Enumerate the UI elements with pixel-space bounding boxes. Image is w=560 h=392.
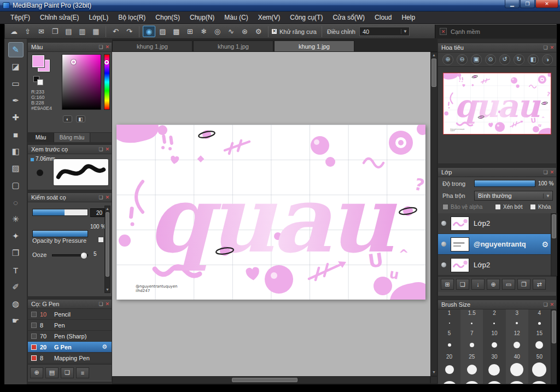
ooze-slider-knob[interactable] <box>81 253 87 259</box>
menu-color[interactable]: Màu (C) <box>219 11 253 24</box>
undo-icon[interactable]: ↶ <box>109 26 122 37</box>
size-label[interactable]: 10 <box>483 330 505 337</box>
size-label[interactable]: 25 <box>460 353 483 360</box>
size-dot[interactable] <box>506 337 528 353</box>
zoom-actual-icon[interactable]: ⊙ <box>485 54 496 65</box>
chevron-down-icon[interactable]: ▼ <box>543 194 552 198</box>
tab-color[interactable]: Màu <box>28 133 54 142</box>
float-panel-icon[interactable]: ❏ <box>543 169 547 175</box>
brush-shape-concentric-icon[interactable]: ◎ <box>211 26 224 37</box>
document-tab-2[interactable]: khung 1.jpg <box>193 40 273 51</box>
material-icon[interactable]: ▦ <box>90 26 102 37</box>
artwork[interactable]: quau U u ^ ? @nguyentrantuquyen ilhd247 <box>116 125 425 300</box>
close-panel-icon[interactable]: ✕ <box>550 169 554 175</box>
new-brush-button[interactable]: ▤ <box>45 367 59 378</box>
fill-shape-tool[interactable]: ■ <box>8 127 24 142</box>
zoom-fit-icon[interactable]: ▣ <box>471 54 482 65</box>
size-label[interactable]: 50 <box>528 353 551 360</box>
eyedropper-tool[interactable]: ◍ <box>8 296 24 312</box>
brush-shape-tone-icon[interactable]: ▩ <box>170 26 183 37</box>
new-folder-button[interactable]: ▭ <box>502 279 515 290</box>
size-dot[interactable] <box>438 379 460 384</box>
mini-swatch-white[interactable] <box>37 79 43 85</box>
eraser-tool[interactable]: ◪ <box>8 59 24 74</box>
float-panel-icon[interactable]: ❏ <box>98 147 103 152</box>
close-panel-icon[interactable]: ✕ <box>550 45 554 50</box>
menu-filter[interactable]: Bộ lọc(R) <box>113 11 150 24</box>
menu-tools[interactable]: Công cụ(T) <box>285 11 328 24</box>
brush-size-scrollbar[interactable] <box>551 309 557 384</box>
canvas-vertical-scrollbar[interactable]: ▲ ▼ <box>430 52 438 376</box>
brush-size-value[interactable]: 20 <box>90 208 104 217</box>
float-panel-icon[interactable]: ❏ <box>543 302 547 307</box>
layer-row-3[interactable]: Lớp2 <box>438 255 551 276</box>
scroll-up-icon[interactable]: ▲ <box>431 52 437 58</box>
size-dot[interactable] <box>528 379 551 384</box>
menu-help[interactable]: Help <box>396 11 420 24</box>
sv-selector-ring[interactable] <box>71 60 76 65</box>
brush-shape-gradient-icon[interactable]: ▨ <box>156 26 169 37</box>
gradient-tool[interactable]: ▨ <box>8 161 24 176</box>
brush-menu-button[interactable]: ≡ <box>76 367 89 378</box>
chevron-down-icon[interactable]: ▼ <box>401 29 409 34</box>
select-pen-tool[interactable]: ✐ <box>8 279 24 295</box>
zoom-out-icon[interactable]: ⊖ <box>457 54 468 65</box>
size-label[interactable]: 12 <box>506 330 528 337</box>
pen-tool[interactable]: ✒ <box>8 93 24 108</box>
text-tool[interactable]: T <box>8 262 24 278</box>
close-panel-icon[interactable]: ✕ <box>105 195 109 200</box>
operation-tool[interactable]: ✦ <box>8 229 24 244</box>
select-rect-tool[interactable]: ▢ <box>8 178 24 193</box>
layer-row-2-selected[interactable]: @nguyentrantq ⚙ <box>438 234 551 255</box>
document-tab-3-active[interactable]: khung 1.jpg <box>274 40 354 51</box>
brush-row-pen[interactable]: 8 Pen <box>28 320 112 331</box>
hue-selector-ring[interactable] <box>104 60 109 65</box>
maximize-button[interactable]: ❐ <box>520 0 535 8</box>
rectangle-tool[interactable]: ▭ <box>8 76 24 91</box>
layer-transfer-button[interactable]: ⇄ <box>533 279 546 290</box>
brush-shape-scatter-icon[interactable]: ❄ <box>197 26 210 37</box>
foreground-color-swatch[interactable] <box>32 55 44 67</box>
brush-row-mapping-pen[interactable]: 8 Mapping Pen <box>28 353 112 364</box>
bucket-tool[interactable]: ◧ <box>8 144 24 159</box>
close-panel-icon[interactable]: ✕ <box>105 301 109 307</box>
layer-opacity-slider[interactable] <box>474 180 535 187</box>
float-panel-icon[interactable]: ❏ <box>98 44 103 50</box>
size-label[interactable]: 40 <box>506 353 528 360</box>
size-label[interactable]: 30 <box>483 353 505 360</box>
menu-window[interactable]: Cửa sổ(W) <box>328 11 370 24</box>
magic-wand-tool[interactable]: ✳ <box>8 212 24 227</box>
clipping-checkbox[interactable] <box>495 204 501 210</box>
size-dot[interactable] <box>528 360 551 379</box>
publish-icon[interactable]: ⇧ <box>21 26 34 37</box>
size-dot[interactable] <box>460 360 483 379</box>
comment-icon[interactable]: ✉ <box>35 26 48 37</box>
close-button[interactable]: ✕ <box>535 0 558 8</box>
menu-view[interactable]: Xem(V) <box>253 11 285 24</box>
menu-select[interactable]: Chọn(S) <box>150 11 185 24</box>
brush-row-gpen-selected[interactable]: 20 G Pen ⚙ <box>28 342 112 353</box>
scroll-up-icon[interactable]: ▲ <box>105 206 110 212</box>
tab-palette[interactable]: Bảng màu <box>54 133 90 142</box>
brush-control-scrollbar[interactable]: ▲ ▼ <box>104 206 110 293</box>
reset-view-icon[interactable]: ◑ <box>542 54 553 65</box>
menu-cloud[interactable]: Cloud <box>370 11 396 24</box>
brush-row-pencil[interactable]: 10 Pencil <box>28 309 112 320</box>
layer-visible-toggle[interactable] <box>441 242 446 247</box>
adjust-combo[interactable]: 40 ▼ <box>359 27 410 36</box>
size-dot[interactable] <box>483 337 505 353</box>
document-tab-1[interactable]: khung 1.jpg <box>112 40 192 51</box>
brush-shape-curve-icon[interactable]: ∿ <box>225 26 237 37</box>
artwork[interactable]: quau U u ^ ? @nguyentrantuquyen ilhd247 <box>444 73 551 134</box>
size-label[interactable]: 15 <box>528 330 551 337</box>
size-dot[interactable] <box>460 379 483 384</box>
hue-bar[interactable] <box>104 54 110 110</box>
menu-file[interactable]: Tệp(F) <box>5 11 35 24</box>
lock-checkbox[interactable] <box>530 204 536 210</box>
blend-mode-select[interactable]: Bình thường ▼ <box>474 191 553 201</box>
duplicate-brush-button[interactable]: ❏ <box>61 367 74 378</box>
open-canvas-icon[interactable]: ▥ <box>76 26 89 37</box>
size-dot[interactable] <box>460 337 483 353</box>
size-dot[interactable] <box>483 379 505 384</box>
saturation-value-box[interactable] <box>62 54 101 110</box>
